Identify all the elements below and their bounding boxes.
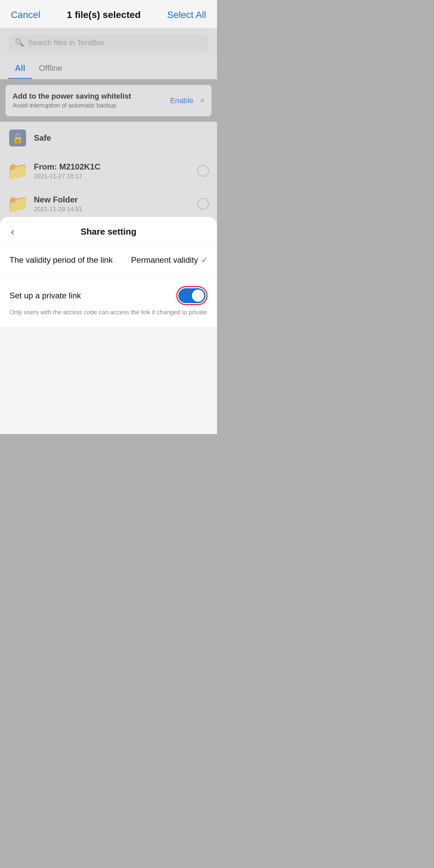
validity-period-label: The validity period of the link <box>9 255 113 265</box>
file-name: New Folder <box>34 195 197 204</box>
list-item[interactable]: 🔒 Safe <box>0 122 217 155</box>
file-date: 2021-11-27 18:17 <box>34 173 197 180</box>
sheet-header: ‹ Share setting <box>0 217 217 244</box>
file-radio[interactable] <box>197 198 209 210</box>
cancel-button[interactable]: Cancel <box>11 9 40 20</box>
file-name: From: M2102K1C <box>34 162 197 172</box>
top-bar: Cancel 1 file(s) selected Select All <box>0 0 217 28</box>
file-info: From: M2102K1C 2021-11-27 18:17 <box>34 162 197 180</box>
toggle-knob <box>192 290 204 302</box>
private-link-row: Set up a private link Only users with th… <box>0 276 217 327</box>
banner-enable-button[interactable]: Enable <box>170 96 194 105</box>
validity-period-row[interactable]: The validity period of the link Permanen… <box>0 244 217 276</box>
file-date: 2021-11-29 14:51 <box>34 206 197 213</box>
search-placeholder: Search files in TeraBox <box>28 38 104 47</box>
private-link-description: Only users with the access code can acce… <box>9 308 208 317</box>
file-icon-folder: 📁 <box>8 161 27 180</box>
chevron-down-icon: ✓ <box>201 256 208 264</box>
page-title: 1 file(s) selected <box>67 9 141 20</box>
list-item[interactable]: 📁 From: M2102K1C 2021-11-27 18:17 <box>0 155 217 188</box>
back-button[interactable]: ‹ <box>8 224 17 239</box>
tab-all[interactable]: All <box>8 57 32 79</box>
sheet-content-area <box>0 327 217 434</box>
power-saving-banner: Add to the power saving whitelist Avoid … <box>5 85 212 116</box>
file-info: Safe <box>34 133 209 143</box>
validity-value-text: Permanent validity <box>131 255 198 265</box>
sheet-title: Share setting <box>81 226 137 237</box>
search-bar[interactable]: 🔍 Search files in TeraBox <box>8 34 209 51</box>
private-link-top: Set up a private link <box>9 286 208 305</box>
file-name: Safe <box>34 133 209 143</box>
private-link-label: Set up a private link <box>9 291 81 300</box>
private-link-toggle[interactable] <box>178 288 205 303</box>
validity-value: Permanent validity ✓ <box>131 255 208 265</box>
banner-subtitle: Avoid interruption of automatic backup <box>13 102 170 109</box>
share-setting-sheet: ‹ Share setting The validity period of t… <box>0 217 217 434</box>
list-item[interactable]: 📁 New Folder 2021-11-29 14:51 <box>0 188 217 220</box>
search-bar-container: 🔍 Search files in TeraBox <box>0 28 217 57</box>
file-radio[interactable] <box>197 165 209 177</box>
toggle-highlight <box>176 286 208 305</box>
tabs-container: All Offline <box>0 57 217 79</box>
banner-text: Add to the power saving whitelist Avoid … <box>13 92 170 109</box>
select-all-button[interactable]: Select All <box>167 9 206 20</box>
search-icon: 🔍 <box>15 38 24 47</box>
banner-close-button[interactable]: × <box>200 96 204 105</box>
tab-offline[interactable]: Offline <box>32 57 69 79</box>
file-info: New Folder 2021-11-29 14:51 <box>34 195 197 213</box>
banner-title: Add to the power saving whitelist <box>13 92 170 101</box>
file-icon-folder: 📁 <box>8 194 27 213</box>
file-icon-safe: 🔒 <box>8 129 27 147</box>
